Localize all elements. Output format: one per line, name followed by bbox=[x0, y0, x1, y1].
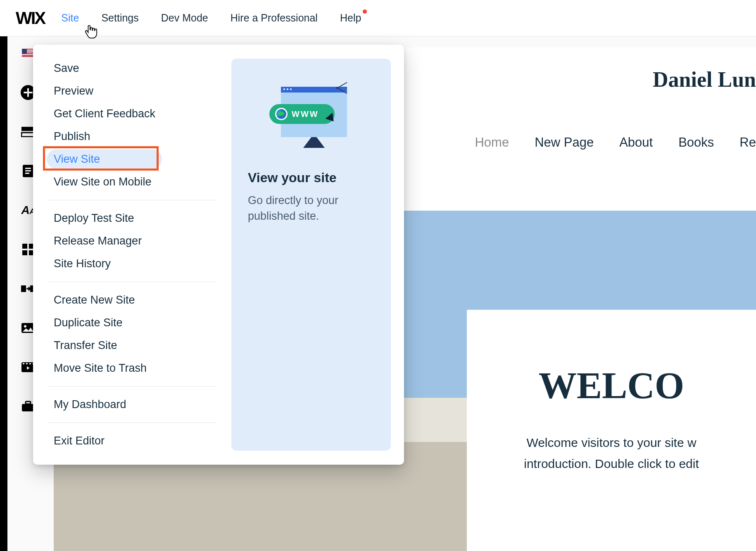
topnav-site[interactable]: Site bbox=[61, 12, 79, 24]
site-nav-about[interactable]: About bbox=[619, 135, 653, 150]
www-label: WWW bbox=[292, 109, 319, 119]
menu-save[interactable]: Save bbox=[33, 57, 231, 80]
svg-rect-22 bbox=[26, 401, 31, 404]
topnav-devmode[interactable]: Dev Mode bbox=[161, 12, 208, 24]
info-desc: Go directly to your published site. bbox=[248, 193, 374, 224]
menu-create-new[interactable]: Create New Site bbox=[33, 289, 231, 311]
topnav-help[interactable]: Help bbox=[340, 12, 361, 24]
menu-release-manager[interactable]: Release Manager bbox=[33, 230, 231, 252]
menu-get-feedback[interactable]: Get Client Feedback bbox=[33, 102, 231, 125]
menu-duplicate[interactable]: Duplicate Site bbox=[33, 311, 231, 334]
welcome-heading: WELCO bbox=[492, 363, 731, 407]
left-edge-strip bbox=[0, 36, 7, 551]
svg-rect-7 bbox=[22, 244, 27, 249]
welcome-line2: introduction. Double click to edit bbox=[492, 453, 731, 474]
menu-divider bbox=[48, 282, 216, 282]
svg-rect-18 bbox=[26, 363, 28, 364]
site-nav-home[interactable]: Home bbox=[475, 135, 509, 150]
monitor-illustration: WWW bbox=[268, 79, 354, 150]
svg-rect-21 bbox=[22, 404, 34, 411]
top-bar: WIX Site Settings Dev Mode Hire a Profes… bbox=[0, 0, 756, 36]
menu-preview[interactable]: Preview bbox=[33, 80, 231, 102]
site-menu: Save Preview Get Client Feedback Publish… bbox=[33, 54, 231, 456]
site-nav-re[interactable]: Re bbox=[739, 135, 756, 150]
svg-rect-5 bbox=[25, 170, 31, 171]
menu-divider bbox=[48, 386, 216, 387]
globe-icon bbox=[275, 108, 288, 120]
welcome-line1: Welcome visitors to your site w bbox=[492, 432, 731, 453]
svg-rect-17 bbox=[23, 363, 24, 364]
site-nav: Home New Page About Books Re bbox=[475, 135, 756, 150]
notification-dot-icon bbox=[363, 10, 367, 14]
wix-logo[interactable]: WIX bbox=[16, 8, 45, 28]
menu-exit-editor[interactable]: Exit Editor bbox=[33, 430, 231, 452]
svg-rect-6 bbox=[25, 173, 29, 174]
svg-rect-11 bbox=[21, 285, 26, 292]
menu-info-panel: WWW View your site Go directly to your p… bbox=[231, 59, 391, 451]
menu-deploy-test[interactable]: Deploy Test Site bbox=[33, 207, 231, 230]
top-nav: Site Settings Dev Mode Hire a Profession… bbox=[61, 12, 361, 24]
site-dropdown: Save Preview Get Client Feedback Publish… bbox=[33, 45, 404, 465]
svg-rect-4 bbox=[25, 168, 31, 169]
menu-divider bbox=[48, 423, 216, 423]
welcome-card[interactable]: WELCO Welcome visitors to your site w in… bbox=[467, 310, 756, 551]
menu-site-history[interactable]: Site History bbox=[33, 252, 231, 275]
menu-publish[interactable]: Publish bbox=[33, 125, 231, 148]
topnav-settings[interactable]: Settings bbox=[101, 12, 138, 24]
svg-rect-9 bbox=[22, 250, 27, 255]
topnav-help-label: Help bbox=[340, 12, 361, 24]
svg-rect-19 bbox=[29, 363, 31, 364]
svg-point-14 bbox=[24, 325, 26, 328]
menu-transfer[interactable]: Transfer Site bbox=[33, 334, 231, 357]
tutorial-highlight bbox=[43, 146, 159, 171]
menu-view-mobile[interactable]: View Site on Mobile bbox=[33, 171, 231, 193]
info-title: View your site bbox=[248, 170, 374, 185]
site-nav-books[interactable]: Books bbox=[678, 135, 714, 150]
menu-divider bbox=[48, 200, 216, 200]
menu-dashboard[interactable]: My Dashboard bbox=[33, 393, 231, 416]
site-title[interactable]: Daniel Lun bbox=[653, 67, 756, 92]
topnav-hire[interactable]: Hire a Professional bbox=[231, 12, 318, 24]
menu-trash[interactable]: Move Site to Trash bbox=[33, 357, 231, 380]
site-nav-newpage[interactable]: New Page bbox=[535, 135, 594, 150]
menu-view-site[interactable]: View Site bbox=[33, 148, 231, 171]
